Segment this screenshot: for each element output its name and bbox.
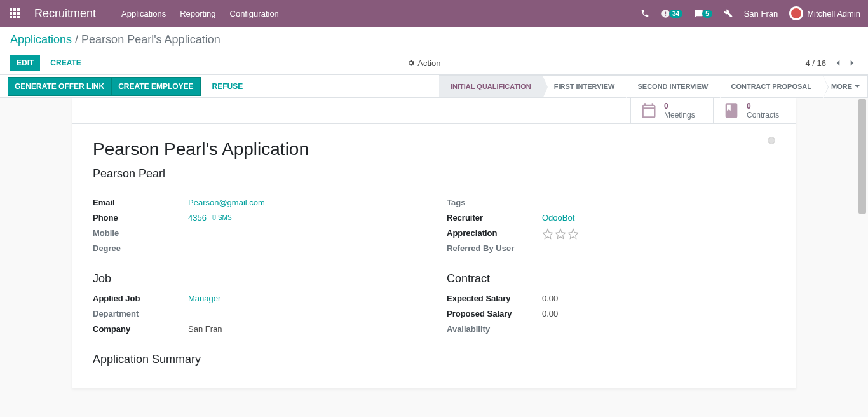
user-menu[interactable]: Mitchell Admin	[789, 6, 860, 20]
svg-rect-1	[13, 8, 16, 11]
sms-link[interactable]: SMS	[212, 214, 232, 221]
breadcrumb-current: Pearson Pearl's Application	[81, 33, 220, 46]
col-contract: Contract Expected Salary0.00 Proposed Sa…	[447, 257, 775, 338]
pager-text[interactable]: 4 / 16	[805, 58, 826, 68]
form-grid-bottom: Job Applied JobManager Department Compan…	[93, 257, 775, 338]
book-icon	[722, 102, 740, 120]
form-scroll[interactable]: 0 Meetings 0 Contracts Pearson Pearl's A…	[0, 98, 868, 417]
value-company: San Fran	[188, 324, 222, 336]
pager: 4 / 16	[805, 57, 858, 69]
meetings-label: Meetings	[664, 111, 695, 120]
nav-applications[interactable]: Applications	[121, 9, 166, 18]
pager-next-icon[interactable]	[846, 57, 858, 69]
nav-configuration[interactable]: Configuration	[230, 9, 279, 18]
breadcrumb-sep: /	[75, 33, 81, 46]
stage-more-label: MORE	[831, 83, 852, 90]
label-email: Email	[93, 198, 188, 209]
control-panel: Applications / Pearson Pearl's Applicati…	[0, 27, 868, 75]
generate-offer-button[interactable]: GENERATE OFFER LINK	[8, 77, 111, 96]
breadcrumb: Applications / Pearson Pearl's Applicati…	[10, 33, 858, 46]
svg-rect-7	[13, 16, 16, 18]
value-recruiter[interactable]: OdooBot	[542, 213, 574, 222]
star-icon[interactable]	[567, 228, 579, 240]
form-grid-top: EmailPearson@gmail.com Phone4356SMS Mobi…	[93, 196, 775, 257]
svg-rect-4	[13, 12, 16, 15]
section-summary: Application Summary	[93, 353, 775, 366]
scrollbar[interactable]	[858, 98, 867, 417]
nav-right: 34 5 San Fran Mitchell Admin	[641, 6, 860, 20]
label-company: Company	[93, 324, 188, 336]
activities-icon[interactable]: 34	[661, 9, 682, 18]
value-proposed: 0.00	[542, 309, 558, 320]
app-brand[interactable]: Recruitment	[34, 7, 96, 20]
breadcrumb-parent[interactable]: Applications	[10, 33, 72, 46]
caret-down-icon	[855, 85, 860, 88]
apps-icon[interactable]	[8, 6, 22, 20]
create-button[interactable]: CREATE	[44, 55, 87, 71]
svg-rect-3	[10, 12, 12, 15]
create-employee-button[interactable]: CREATE EMPLOYEE	[111, 77, 200, 96]
tools-icon[interactable]	[724, 9, 733, 18]
value-phone[interactable]: 4356	[188, 213, 207, 222]
phone-icon[interactable]	[641, 9, 649, 18]
mobile-icon	[212, 214, 217, 221]
company-switch[interactable]: San Fran	[744, 9, 778, 18]
messages-badge: 5	[702, 10, 712, 18]
star-icon[interactable]	[555, 228, 566, 240]
col-job: Job Applied JobManager Department Compan…	[93, 257, 421, 338]
label-applied-job: Applied Job	[93, 294, 188, 305]
gear-icon	[407, 59, 415, 67]
stat-buttons: 0 Meetings 0 Contracts	[72, 98, 796, 124]
kanban-state-dot[interactable]	[768, 137, 775, 144]
label-degree: Degree	[93, 243, 188, 255]
label-mobile: Mobile	[93, 228, 188, 240]
label-referred: Referred By User	[447, 243, 542, 255]
svg-rect-0	[10, 8, 12, 11]
meetings-count: 0	[664, 102, 695, 111]
col-left: EmailPearson@gmail.com Phone4356SMS Mobi…	[93, 196, 421, 257]
label-expected: Expected Salary	[447, 294, 542, 305]
form-sheet: 0 Meetings 0 Contracts Pearson Pearl's A…	[72, 98, 796, 388]
label-department: Department	[93, 309, 188, 320]
stat-meetings[interactable]: 0 Meetings	[630, 98, 713, 123]
svg-rect-8	[17, 16, 20, 18]
stage-initial-qualification[interactable]: INITIAL QUALIFICATION	[439, 75, 543, 97]
scrollbar-thumb[interactable]	[858, 99, 866, 214]
main-navbar: Recruitment Applications Reporting Confi…	[0, 0, 868, 27]
status-actions: GENERATE OFFER LINK CREATE EMPLOYEE REFU…	[0, 75, 249, 97]
pager-prev-icon[interactable]	[832, 57, 844, 69]
calendar-icon	[640, 102, 658, 120]
record-name: Pearson Pearl	[93, 167, 775, 181]
edit-button[interactable]: EDIT	[10, 55, 40, 71]
stage-first-interview[interactable]: FIRST INTERVIEW	[543, 75, 627, 97]
sms-text: SMS	[218, 214, 232, 221]
value-applied-job[interactable]: Manager	[188, 294, 220, 303]
svg-rect-2	[17, 8, 20, 11]
stage-bar: INITIAL QUALIFICATION FIRST INTERVIEW SE…	[439, 75, 868, 97]
form-body: Pearson Pearl's Application Pearson Pear…	[72, 124, 796, 388]
stat-contracts[interactable]: 0 Contracts	[713, 98, 796, 123]
stage-contract-proposal[interactable]: CONTRACT PROPOSAL	[720, 75, 824, 97]
stage-more[interactable]: MORE	[823, 75, 868, 97]
appreciation-stars[interactable]	[542, 228, 579, 240]
user-name: Mitchell Admin	[807, 9, 860, 18]
stage-second-interview[interactable]: SECOND INTERVIEW	[626, 75, 719, 97]
star-icon[interactable]	[542, 228, 553, 240]
value-email[interactable]: Pearson@gmail.com	[188, 198, 265, 207]
nav-reporting[interactable]: Reporting	[180, 9, 215, 18]
messages-icon[interactable]: 5	[694, 9, 712, 18]
refuse-button[interactable]: REFUSE	[206, 78, 250, 95]
section-contract: Contract	[447, 272, 775, 285]
action-label: Action	[417, 58, 440, 68]
svg-rect-9	[213, 215, 215, 220]
svg-rect-6	[10, 16, 12, 18]
label-recruiter: Recruiter	[447, 213, 542, 224]
status-bar: GENERATE OFFER LINK CREATE EMPLOYEE REFU…	[0, 75, 868, 98]
contracts-count: 0	[747, 102, 779, 111]
label-phone: Phone	[93, 213, 188, 224]
nav-menu: Applications Reporting Configuration	[121, 9, 279, 18]
contracts-label: Contracts	[747, 111, 779, 120]
action-dropdown[interactable]: Action	[407, 58, 440, 68]
label-appreciation: Appreciation	[447, 228, 542, 240]
label-tags: Tags	[447, 198, 542, 209]
